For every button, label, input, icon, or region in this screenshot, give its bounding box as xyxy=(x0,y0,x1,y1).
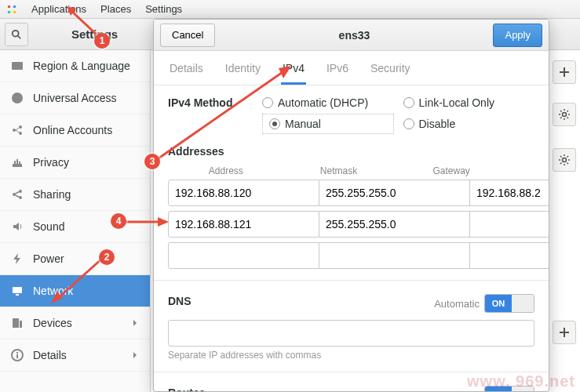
gateway-input[interactable] xyxy=(470,211,549,238)
settings-sidebar: Region & Language Universal Access Onlin… xyxy=(0,50,151,392)
svg-point-8 xyxy=(13,129,16,132)
search-button[interactable] xyxy=(5,23,28,46)
col-address: Address xyxy=(170,165,283,176)
sidebar-item-label: Sound xyxy=(33,220,64,233)
svg-rect-16 xyxy=(13,318,19,328)
svg-point-4 xyxy=(13,30,19,36)
menu-settings[interactable]: Settings xyxy=(145,3,182,15)
sidebar-item-label: Sharing xyxy=(33,188,71,201)
svg-line-5 xyxy=(18,35,21,38)
dialog-headerbar: Cancel ens33 Apply xyxy=(154,20,549,51)
svg-point-12 xyxy=(19,190,22,193)
sidebar-item-label: Devices xyxy=(33,317,72,329)
tab-details[interactable]: Details xyxy=(168,59,205,85)
svg-point-13 xyxy=(19,196,22,199)
method-linklocal-radio[interactable]: Link-Local Only xyxy=(403,96,535,109)
tab-ipv4[interactable]: IPv4 xyxy=(281,59,306,85)
svg-point-21 xyxy=(563,113,567,117)
top-menubar: Applications Places Settings xyxy=(0,0,580,19)
address-input[interactable] xyxy=(168,242,319,269)
dialog-title: ens33 xyxy=(215,29,493,42)
sidebar-item-power[interactable]: Power xyxy=(0,243,150,275)
dns-automatic-switch[interactable]: ON xyxy=(484,294,534,313)
sidebar-item-privacy[interactable]: Privacy xyxy=(0,147,150,179)
sidebar-item-network[interactable]: Network xyxy=(0,275,150,307)
dns-heading: DNS xyxy=(168,295,192,307)
netmask-input[interactable] xyxy=(319,211,470,238)
apply-button[interactable]: Apply xyxy=(493,24,542,47)
svg-rect-20 xyxy=(16,352,18,354)
addresses-column-headers: Address Netmask Gateway xyxy=(168,165,534,180)
sidebar-item-sound[interactable]: Sound xyxy=(0,211,150,243)
address-input[interactable] xyxy=(168,211,319,238)
radio-label: Automatic (DHCP) xyxy=(278,96,368,109)
method-disable-radio[interactable]: Disable xyxy=(403,118,535,130)
sidebar-item-sharing[interactable]: Sharing xyxy=(0,179,150,211)
sidebar-item-label: Details xyxy=(33,349,67,361)
method-automatic-radio[interactable]: Automatic (DHCP) xyxy=(262,96,394,109)
gear-icon xyxy=(558,108,571,121)
radio-label: Disable xyxy=(419,118,456,130)
netmask-input[interactable] xyxy=(319,242,470,269)
dialog-tabs: Details Identity IPv4 IPv6 Security xyxy=(154,51,549,85)
svg-point-2 xyxy=(8,10,11,13)
sidebar-item-label: Online Accounts xyxy=(33,124,112,136)
plus-icon xyxy=(559,327,570,338)
tab-security[interactable]: Security xyxy=(369,59,412,85)
activities-icon xyxy=(6,4,17,15)
method-manual-radio[interactable]: Manual xyxy=(262,114,394,134)
cancel-button[interactable]: Cancel xyxy=(160,24,215,47)
watermark: www. 969.net xyxy=(467,372,575,390)
menu-applications[interactable]: Applications xyxy=(31,3,86,15)
svg-rect-17 xyxy=(20,321,22,328)
sidebar-item-details[interactable]: Details xyxy=(0,339,150,372)
search-icon xyxy=(11,29,22,40)
tab-identity[interactable]: Identity xyxy=(224,59,262,85)
svg-point-1 xyxy=(13,5,16,8)
dns-servers-input[interactable] xyxy=(168,320,534,347)
svg-point-10 xyxy=(19,132,22,135)
sidebar-item-label: Universal Access xyxy=(33,92,117,104)
sidebar-item-label: Power xyxy=(33,252,64,265)
settings-title: Settings xyxy=(71,27,118,41)
svg-rect-6 xyxy=(12,62,23,70)
svg-point-0 xyxy=(8,5,11,8)
sidebar-item-online-accounts[interactable]: Online Accounts xyxy=(0,114,150,147)
sidebar-item-universal-access[interactable]: Universal Access xyxy=(0,82,150,114)
gateway-input[interactable] xyxy=(470,242,549,269)
sidebar-item-devices[interactable]: Devices xyxy=(0,307,150,339)
svg-rect-15 xyxy=(16,294,19,296)
sidebar-item-region-language[interactable]: Region & Language xyxy=(0,50,150,82)
connection-settings-button[interactable] xyxy=(553,103,576,126)
address-input[interactable] xyxy=(168,180,319,206)
plus-icon xyxy=(559,67,570,78)
sidebar-item-label: Network xyxy=(33,285,73,297)
gear-icon xyxy=(558,154,571,166)
ipv4-method-heading: IPv4 Method xyxy=(168,96,262,134)
radio-label: Link-Local Only xyxy=(419,96,495,109)
add-vpn-button[interactable] xyxy=(553,321,576,344)
tab-ipv6[interactable]: IPv6 xyxy=(325,59,350,85)
svg-point-3 xyxy=(13,10,16,13)
svg-point-22 xyxy=(563,158,567,162)
dns-automatic-label: Automatic xyxy=(434,298,480,310)
sidebar-item-label: Privacy xyxy=(33,156,69,169)
connection-settings-button-2[interactable] xyxy=(553,148,576,172)
routes-heading: Routes xyxy=(168,387,205,391)
col-gateway: Gateway xyxy=(395,165,508,176)
dns-hint: Separate IP addresses with commas xyxy=(168,350,534,361)
gateway-input[interactable] xyxy=(470,180,549,206)
svg-point-9 xyxy=(19,125,22,129)
addresses-heading: Addresses xyxy=(168,145,534,158)
connection-editor-dialog: Cancel ens33 Apply Details Identity IPv4… xyxy=(153,19,549,392)
add-network-button[interactable] xyxy=(553,60,576,84)
svg-rect-19 xyxy=(16,354,18,358)
svg-rect-14 xyxy=(13,287,22,293)
sidebar-item-label: Region & Language xyxy=(33,60,130,72)
netmask-input[interactable] xyxy=(319,180,470,206)
col-netmask: Netmask xyxy=(283,165,396,176)
address-row xyxy=(168,180,534,206)
menu-places[interactable]: Places xyxy=(100,3,131,15)
radio-label: Manual xyxy=(285,118,321,130)
switch-on-label: ON xyxy=(485,295,512,312)
